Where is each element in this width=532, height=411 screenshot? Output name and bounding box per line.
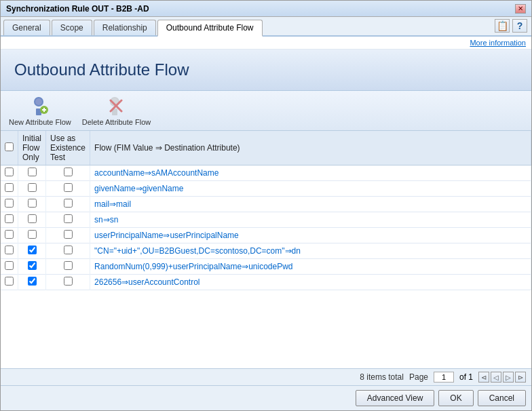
existence-test-checkbox[interactable]	[64, 261, 73, 270]
table-container: Initial Flow Only Use as Existence Test …	[1, 131, 531, 368]
initial-flow-checkbox[interactable]	[28, 246, 37, 254]
tab-general[interactable]: General	[3, 20, 50, 35]
row-select-checkbox[interactable]	[5, 230, 14, 239]
row-select-cell	[1, 243, 18, 259]
flow-link[interactable]: sn⇒sn	[94, 215, 118, 224]
ok-button[interactable]: OK	[438, 390, 473, 406]
existence-test-checkbox[interactable]	[64, 277, 73, 286]
row-select-cell	[1, 197, 18, 212]
book-icon: 📋	[497, 20, 508, 31]
row-select-checkbox[interactable]	[5, 214, 14, 223]
flow-cell: RandomNum(0,999)+userPrincipalName⇒unico…	[90, 259, 531, 275]
page-title: Outbound Attribute Flow	[14, 60, 518, 79]
main-window: Synchronization Rule OUT - B2B -AD ✕ Gen…	[0, 0, 532, 411]
existence-test-cell	[46, 228, 90, 243]
more-info-link[interactable]: More information	[470, 39, 526, 47]
row-select-cell	[1, 228, 18, 243]
existence-test-checkbox[interactable]	[64, 214, 73, 223]
table-row: userPrincipalName⇒userPrincipalName	[1, 228, 531, 243]
initial-flow-cell	[18, 181, 46, 197]
table-row: accountName⇒sAMAccountName	[1, 165, 531, 181]
row-select-cell	[1, 181, 18, 197]
flow-cell: 262656⇒userAccountControl	[90, 275, 531, 290]
existence-test-checkbox[interactable]	[64, 168, 73, 176]
toolbar: New Attribute Flow Delete Attribute Flow	[1, 91, 531, 131]
flow-cell: givenName⇒givenName	[90, 181, 531, 197]
flow-link[interactable]: RandomNum(0,999)+userPrincipalName⇒unico…	[94, 262, 292, 271]
flow-link[interactable]: accountName⇒sAMAccountName	[94, 168, 218, 178]
close-button[interactable]: ✕	[515, 4, 526, 14]
select-all-checkbox[interactable]	[5, 142, 14, 151]
flow-link[interactable]: mail⇒mail	[94, 199, 131, 209]
help-icon-btn[interactable]: ?	[512, 19, 527, 33]
tab-bar: General Scope Relationship Outbound Attr…	[1, 17, 531, 37]
existence-test-checkbox[interactable]	[64, 199, 73, 208]
row-select-checkbox[interactable]	[5, 277, 14, 286]
flow-link[interactable]: "CN="+uid+",OU=B2BGuest,DC=scontoso,DC=c…	[94, 246, 301, 256]
table-row: givenName⇒givenName	[1, 181, 531, 197]
existence-test-cell	[46, 212, 90, 228]
initial-flow-cell	[18, 212, 46, 228]
svg-point-1	[35, 98, 42, 105]
window-title: Synchronization Rule OUT - B2B -AD	[6, 4, 149, 14]
book-icon-btn[interactable]: 📋	[495, 19, 510, 33]
initial-flow-checkbox[interactable]	[28, 214, 37, 223]
nav-buttons: ⊲ ◁ ▷ ⊳	[478, 372, 526, 383]
flow-cell: sn⇒sn	[90, 212, 531, 228]
table-row: 262656⇒userAccountControl	[1, 275, 531, 290]
row-select-checkbox[interactable]	[5, 261, 14, 270]
content-area: More information Outbound Attribute Flow	[1, 37, 531, 385]
table-row: RandomNum(0,999)+userPrincipalName⇒unico…	[1, 259, 531, 275]
page-input[interactable]	[434, 372, 454, 383]
flow-cell: mail⇒mail	[90, 197, 531, 212]
flow-link[interactable]: userPrincipalName⇒userPrincipalName	[94, 231, 239, 240]
delete-attribute-flow-icon	[105, 95, 127, 117]
nav-last-button[interactable]: ⊳	[515, 372, 526, 383]
of-label: of 1	[459, 372, 473, 382]
row-select-checkbox[interactable]	[5, 199, 14, 208]
table-header-row: Initial Flow Only Use as Existence Test …	[1, 131, 531, 165]
cancel-button[interactable]: Cancel	[478, 390, 526, 406]
existence-test-checkbox[interactable]	[64, 230, 73, 239]
advanced-view-button[interactable]: Advanced View	[356, 390, 435, 406]
row-select-checkbox[interactable]	[5, 246, 14, 254]
title-bar: Synchronization Rule OUT - B2B -AD ✕	[1, 1, 531, 17]
tab-outbound[interactable]: Outbound Attribute Flow	[157, 20, 263, 37]
initial-flow-checkbox[interactable]	[28, 277, 37, 286]
table-row: sn⇒sn	[1, 212, 531, 228]
initial-flow-checkbox[interactable]	[28, 168, 37, 176]
existence-test-cell	[46, 243, 90, 259]
existence-test-cell	[46, 259, 90, 275]
tab-relationship[interactable]: Relationship	[94, 20, 156, 35]
delete-attribute-flow-button[interactable]: Delete Attribute Flow	[82, 95, 151, 126]
row-select-checkbox[interactable]	[5, 168, 14, 176]
nav-prev-button[interactable]: ◁	[491, 372, 501, 383]
col-header-flow: Flow (FIM Value ⇒ Destination Attribute)	[90, 131, 531, 165]
existence-test-checkbox[interactable]	[64, 183, 73, 192]
page-label: Page	[409, 372, 428, 382]
col-header-initial-flow: Initial Flow Only	[18, 131, 46, 165]
existence-test-cell	[46, 181, 90, 197]
more-info-bar: More information	[1, 37, 531, 50]
status-bar: 8 items total Page of 1 ⊲ ◁ ▷ ⊳	[1, 368, 531, 385]
flow-link[interactable]: 262656⇒userAccountControl	[94, 277, 200, 287]
existence-test-checkbox[interactable]	[64, 246, 73, 254]
existence-test-cell	[46, 165, 90, 181]
initial-flow-checkbox[interactable]	[28, 199, 37, 208]
initial-flow-checkbox[interactable]	[28, 183, 37, 192]
page-header: Outbound Attribute Flow	[1, 50, 531, 91]
new-attribute-flow-button[interactable]: New Attribute Flow	[9, 95, 71, 126]
initial-flow-cell	[18, 243, 46, 259]
initial-flow-checkbox[interactable]	[28, 261, 37, 270]
table-row: mail⇒mail	[1, 197, 531, 212]
tab-scope[interactable]: Scope	[52, 20, 92, 35]
help-icon: ?	[517, 20, 523, 31]
flow-link[interactable]: givenName⇒givenName	[94, 184, 183, 193]
new-attribute-flow-icon	[29, 95, 51, 117]
row-select-cell	[1, 212, 18, 228]
row-select-checkbox[interactable]	[5, 183, 14, 192]
existence-test-cell	[46, 275, 90, 290]
nav-next-button[interactable]: ▷	[503, 372, 514, 383]
nav-first-button[interactable]: ⊲	[478, 372, 489, 383]
initial-flow-checkbox[interactable]	[28, 230, 37, 239]
